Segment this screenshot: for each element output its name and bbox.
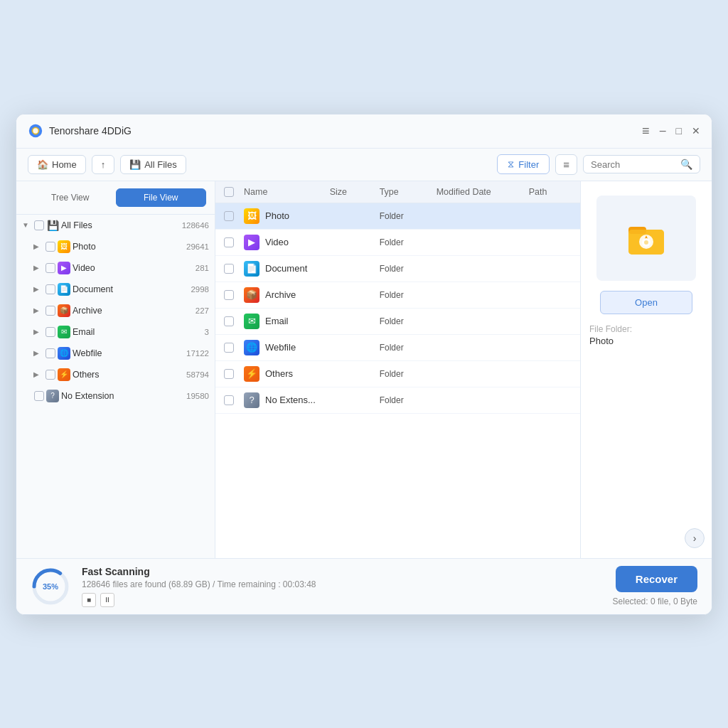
sidebar-item-email[interactable]: ▶ ✉ Email 3 — [16, 321, 215, 343]
file-row-photo[interactable]: 🖼 Photo Folder — [215, 203, 580, 230]
file-list-header: Name Size Type Modified Date Path — [215, 181, 580, 203]
scan-controls: ■ ⏸ — [82, 593, 601, 607]
email-row-checkbox[interactable] — [224, 316, 234, 326]
others-checkbox[interactable] — [46, 370, 55, 380]
recover-button[interactable]: Recover — [616, 566, 697, 592]
progress-ring: 35% — [31, 567, 70, 606]
doc-row-type: Folder — [380, 264, 437, 274]
photo-count: 29641 — [186, 242, 209, 251]
sidebar-item-video[interactable]: ▶ ▶ Video 281 — [16, 257, 215, 279]
noext-row-type: Folder — [380, 395, 437, 405]
file-row-webfile[interactable]: 🌐 Webfile Folder — [215, 335, 580, 361]
archive-checkbox[interactable] — [46, 306, 55, 316]
sidebar-item-all-files[interactable]: ▼ 💾 All Files 128646 — [16, 215, 215, 236]
breadcrumb-button[interactable]: 💾 All Files — [120, 155, 186, 174]
video-row-checkbox[interactable] — [224, 237, 234, 247]
sidebar-item-noext[interactable]: ▶ ? No Extension 19580 — [16, 385, 215, 407]
sidebar-item-document[interactable]: ▶ 📄 Document 2998 — [16, 279, 215, 300]
file-row-others[interactable]: ⚡ Others Folder — [215, 361, 580, 387]
file-row-video[interactable]: ▶ Video Folder — [215, 230, 580, 256]
stop-icon: ■ — [87, 596, 91, 604]
app-title: Tenorshare 4DDiG — [49, 125, 642, 136]
list-view-button[interactable]: ≡ — [555, 154, 577, 175]
close-button[interactable]: ✕ — [692, 126, 700, 136]
col-header-type: Type — [380, 187, 437, 197]
others-row-checkbox[interactable] — [224, 369, 234, 379]
scan-title: Fast Scanning — [82, 566, 601, 577]
file-view-button[interactable]: File View — [116, 188, 207, 207]
noext-label: No Extension — [61, 391, 184, 401]
app-window: Tenorshare 4DDiG ≡ – □ ✕ 🏠 Home ↑ 💾 All … — [16, 114, 712, 615]
file-row-archive[interactable]: 📦 Archive Folder — [215, 282, 580, 309]
svg-point-1 — [33, 128, 38, 133]
minimize-button[interactable]: – — [660, 125, 666, 136]
tree-view-button[interactable]: Tree View — [25, 188, 116, 207]
preview-panel: Open File Folder: Photo › — [580, 181, 712, 558]
video-expand-icon: ▶ — [33, 264, 43, 272]
search-input[interactable] — [591, 159, 676, 170]
home-button[interactable]: 🏠 Home — [28, 155, 86, 174]
archive-row-checkbox[interactable] — [224, 290, 234, 300]
col-header-path: Path — [529, 187, 572, 197]
video-row-icon: ▶ — [244, 235, 259, 250]
maximize-button[interactable]: □ — [676, 126, 682, 136]
pause-button[interactable]: ⏸ — [100, 593, 114, 607]
main-content: Tree View File View ▼ 💾 All Files 128646… — [16, 181, 712, 558]
svg-point-8 — [644, 240, 648, 245]
toolbar: 🏠 Home ↑ 💾 All Files ⧖ Filter ≡ 🔍 — [16, 149, 712, 181]
chevron-right-icon: › — [693, 532, 697, 544]
sidebar-item-archive[interactable]: ▶ 📦 Archive 227 — [16, 300, 215, 321]
preview-file-name: Photo — [589, 336, 703, 346]
email-checkbox[interactable] — [46, 327, 55, 337]
photo-row-checkbox[interactable] — [224, 211, 234, 221]
back-button[interactable]: ↑ — [92, 155, 115, 174]
menu-icon[interactable]: ≡ — [642, 124, 650, 137]
photo-checkbox[interactable] — [46, 242, 55, 252]
noext-checkbox[interactable] — [34, 391, 44, 401]
file-row-email[interactable]: ✉ Email Folder — [215, 309, 580, 335]
noext-row-name: No Extens... — [265, 395, 316, 405]
file-list-area: Name Size Type Modified Date Path 🖼 Phot… — [215, 181, 580, 558]
recover-section: Recover Selected: 0 file, 0 Byte — [613, 566, 697, 606]
bottom-bar: 35% Fast Scanning 128646 files are found… — [16, 558, 712, 614]
others-row-icon: ⚡ — [244, 366, 259, 382]
search-box[interactable]: 🔍 — [583, 155, 700, 173]
filter-icon: ⧖ — [508, 159, 514, 170]
document-row-icon: 📄 — [244, 261, 259, 277]
file-folder-label: File Folder: — [589, 324, 703, 334]
folder-icon: 💾 — [129, 159, 141, 170]
others-count: 58794 — [186, 370, 209, 379]
webfile-row-icon: 🌐 — [244, 340, 259, 355]
file-row-noext[interactable]: ? No Extens... Folder — [215, 387, 580, 414]
open-button[interactable]: Open — [600, 291, 692, 314]
stop-button[interactable]: ■ — [82, 593, 96, 607]
web-row-checkbox[interactable] — [224, 343, 234, 353]
others-expand-icon: ▶ — [33, 370, 43, 378]
video-icon: ▶ — [58, 262, 70, 274]
video-checkbox[interactable] — [46, 263, 55, 273]
filter-button[interactable]: ⧖ Filter — [497, 154, 550, 174]
file-row-document[interactable]: 📄 Document Folder — [215, 256, 580, 282]
web-checkbox[interactable] — [46, 348, 55, 358]
view-toggle: Tree View File View — [16, 181, 215, 215]
sidebar-item-photo[interactable]: ▶ 🖼 Photo 29641 — [16, 236, 215, 257]
email-expand-icon: ▶ — [33, 328, 43, 336]
all-files-checkbox[interactable] — [34, 220, 44, 230]
sidebar-item-webfile[interactable]: ▶ 🌐 Webfile 17122 — [16, 343, 215, 364]
doc-checkbox[interactable] — [46, 284, 55, 294]
doc-row-checkbox[interactable] — [224, 264, 234, 274]
preview-info: File Folder: Photo — [589, 324, 703, 346]
web-row-type: Folder — [380, 343, 437, 353]
video-count: 281 — [196, 264, 209, 272]
archive-label: Archive — [73, 306, 193, 316]
select-all-checkbox[interactable] — [224, 187, 234, 197]
selected-info: Selected: 0 file, 0 Byte — [613, 596, 697, 606]
noext-row-checkbox[interactable] — [224, 395, 234, 405]
scan-info: Fast Scanning 128646 files are found (68… — [82, 566, 601, 607]
preview-next-button[interactable]: › — [685, 528, 705, 548]
webfile-row-name: Webfile — [265, 342, 296, 353]
doc-expand-icon: ▶ — [33, 285, 43, 293]
sidebar-item-others[interactable]: ▶ ⚡ Others 58794 — [16, 364, 215, 385]
photo-expand-icon: ▶ — [33, 242, 43, 250]
webfile-count: 17122 — [186, 349, 209, 358]
